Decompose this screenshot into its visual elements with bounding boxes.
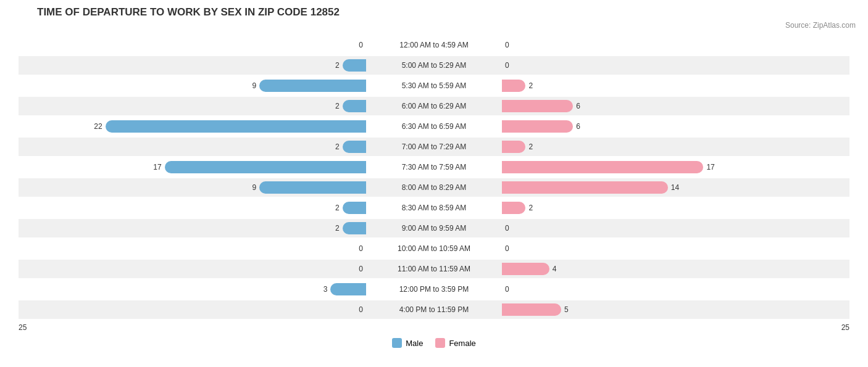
female-value: 5 (564, 305, 578, 314)
axis-bottom: 25 25 (19, 321, 849, 334)
time-label: 5:00 AM to 5:29 AM (366, 61, 502, 70)
right-bar-area: 0 (502, 280, 849, 299)
female-value: 0 (505, 244, 519, 253)
female-value: 14 (671, 183, 685, 192)
male-bar (343, 59, 366, 72)
left-bar-area: 17 (19, 158, 366, 176)
table-row: 011:00 AM to 11:59 AM4 (19, 260, 849, 278)
male-bar (343, 222, 366, 234)
right-bar-area: 4 (502, 260, 849, 278)
female-value: 0 (505, 285, 519, 294)
right-bar-area: 0 (502, 56, 849, 75)
legend: Male Female (19, 338, 849, 348)
time-label: 7:00 AM to 7:29 AM (366, 142, 502, 151)
female-bar (502, 80, 525, 92)
table-row: 25:00 AM to 5:29 AM0 (19, 56, 849, 75)
table-row: 28:30 AM to 8:59 AM2 (19, 199, 849, 217)
male-value: 0 (349, 305, 363, 314)
female-value: 0 (505, 41, 519, 49)
legend-male-label: Male (406, 339, 423, 348)
table-row: 226:30 AM to 6:59 AM6 (19, 117, 849, 136)
right-bar-area: 0 (502, 239, 849, 258)
right-bar-area: 0 (502, 36, 849, 54)
table-row: 312:00 PM to 3:59 PM0 (19, 280, 849, 299)
male-bar (330, 283, 366, 295)
male-value: 0 (349, 265, 363, 273)
male-bar (259, 181, 366, 194)
female-bar (502, 161, 703, 173)
female-bar (502, 303, 561, 316)
right-bar-area: 6 (502, 117, 849, 136)
chart-area: 012:00 AM to 4:59 AM025:00 AM to 5:29 AM… (12, 36, 856, 348)
female-value: 2 (528, 204, 542, 212)
female-value: 4 (553, 265, 566, 273)
table-row: 010:00 AM to 10:59 AM0 (19, 239, 849, 258)
male-bar (343, 141, 366, 153)
table-row: 29:00 AM to 9:59 AM0 (19, 219, 849, 237)
male-value: 9 (243, 183, 256, 192)
left-bar-area: 0 (19, 239, 366, 258)
female-value: 6 (576, 102, 590, 110)
table-row: 012:00 AM to 4:59 AM0 (19, 36, 849, 54)
right-bar-area: 14 (502, 178, 849, 197)
right-bar-area: 2 (502, 76, 849, 95)
left-bar-area: 9 (19, 178, 366, 197)
time-label: 7:30 AM to 7:59 AM (366, 163, 502, 171)
male-value: 2 (326, 142, 340, 151)
left-bar-area: 2 (19, 56, 366, 75)
male-value: 3 (314, 285, 327, 294)
legend-male: Male (392, 338, 423, 348)
legend-female: Female (435, 338, 475, 348)
table-row: 98:00 AM to 8:29 AM14 (19, 178, 849, 197)
table-row: 27:00 AM to 7:29 AM2 (19, 138, 849, 156)
male-value: 2 (326, 204, 340, 212)
female-value: 0 (505, 61, 519, 70)
axis-right-label: 25 (841, 323, 849, 332)
time-label: 12:00 PM to 3:59 PM (366, 285, 502, 294)
table-row: 26:00 AM to 6:29 AM6 (19, 97, 849, 115)
male-bar (259, 80, 366, 92)
left-bar-area: 0 (19, 300, 366, 319)
time-label: 8:00 AM to 8:29 AM (366, 183, 502, 192)
male-value: 0 (349, 244, 363, 253)
female-bar (502, 120, 573, 133)
time-label: 11:00 AM to 11:59 AM (366, 265, 502, 273)
left-bar-area: 2 (19, 199, 366, 217)
left-bar-area: 2 (19, 138, 366, 156)
female-value: 2 (528, 81, 542, 90)
male-value: 2 (326, 102, 340, 110)
table-row: 04:00 PM to 11:59 PM5 (19, 300, 849, 319)
left-bar-area: 9 (19, 76, 366, 95)
right-bar-area: 5 (502, 300, 849, 319)
time-label: 6:30 AM to 6:59 AM (366, 122, 502, 131)
right-bar-area: 2 (502, 199, 849, 217)
time-label: 10:00 AM to 10:59 AM (366, 244, 502, 253)
left-bar-area: 2 (19, 219, 366, 237)
time-label: 5:30 AM to 5:59 AM (366, 81, 502, 90)
female-bar (502, 202, 525, 214)
male-bar (106, 120, 366, 133)
male-value: 22 (89, 122, 102, 131)
right-bar-area: 0 (502, 219, 849, 237)
legend-male-box (392, 338, 402, 348)
axis-left-label: 25 (19, 323, 27, 332)
time-label: 8:30 AM to 8:59 AM (366, 204, 502, 212)
source-label: Source: ZipAtlas.com (12, 21, 856, 30)
right-bar-area: 6 (502, 97, 849, 115)
chart-title: TIME OF DEPARTURE TO WORK BY SEX IN ZIP … (12, 6, 856, 19)
table-row: 95:30 AM to 5:59 AM2 (19, 76, 849, 95)
male-bar (165, 161, 366, 173)
female-bar (502, 100, 573, 112)
male-value: 9 (243, 81, 256, 90)
female-value: 2 (528, 142, 542, 151)
male-bar (343, 100, 366, 112)
male-value: 2 (326, 224, 340, 233)
time-label: 6:00 AM to 6:29 AM (366, 102, 502, 110)
right-bar-area: 17 (502, 158, 849, 176)
table-row: 177:30 AM to 7:59 AM17 (19, 158, 849, 176)
male-value: 0 (349, 41, 363, 49)
female-bar (502, 181, 668, 194)
female-bar (502, 263, 549, 275)
female-value: 0 (505, 224, 519, 233)
left-bar-area: 3 (19, 280, 366, 299)
